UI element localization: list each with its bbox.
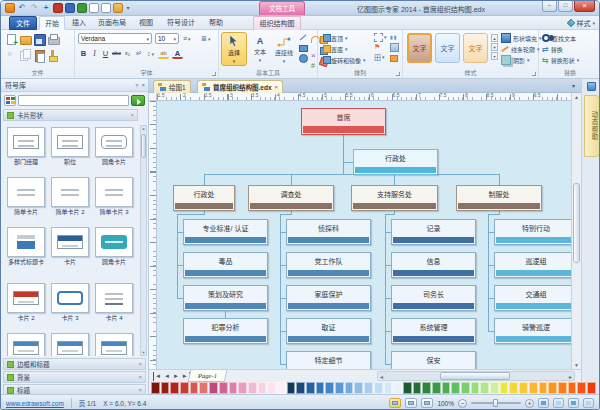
section-borders-titles[interactable]: 边框和标题× bbox=[3, 358, 146, 370]
palette-swatch[interactable] bbox=[296, 382, 305, 394]
shape-item[interactable]: 职位 bbox=[48, 125, 92, 175]
palette-swatch[interactable] bbox=[229, 382, 238, 394]
org-node-leaf[interactable]: 骑警巡逻 bbox=[494, 318, 571, 344]
org-node-leaf[interactable]: 巡逻组 bbox=[494, 252, 571, 278]
palette-swatch[interactable] bbox=[471, 382, 480, 394]
palette-swatch[interactable] bbox=[539, 382, 548, 394]
format-painter-icon[interactable] bbox=[47, 49, 59, 61]
palette-swatch[interactable] bbox=[519, 382, 528, 394]
org-node-leaf[interactable]: 交通组 bbox=[494, 285, 571, 311]
org-node-leaf[interactable]: 家庭保护 bbox=[286, 285, 371, 311]
prev-page-icon[interactable]: ◄ bbox=[164, 372, 170, 381]
palette-swatch[interactable] bbox=[335, 382, 344, 394]
arc-tool-icon[interactable] bbox=[311, 34, 318, 41]
tab-help[interactable]: 帮助 bbox=[203, 16, 229, 30]
tab-home[interactable]: 开始 bbox=[39, 16, 65, 30]
library-scrollbar-thumb[interactable] bbox=[141, 134, 146, 158]
style-quick-button[interactable]: 样式 bbox=[568, 17, 595, 29]
org-node-branch[interactable]: 调查处 bbox=[248, 185, 334, 211]
palette-swatch[interactable] bbox=[354, 382, 363, 394]
copy-icon[interactable] bbox=[19, 49, 31, 61]
horizontal-scrollbar-thumb[interactable] bbox=[440, 372, 510, 380]
font-color-button[interactable]: A bbox=[172, 48, 183, 59]
maximize-button[interactable] bbox=[558, 1, 573, 12]
palette-swatch[interactable] bbox=[258, 382, 267, 394]
palette-swatch[interactable] bbox=[306, 382, 315, 394]
horizontal-scrollbar[interactable] bbox=[377, 371, 575, 381]
paste-icon[interactable] bbox=[33, 49, 45, 61]
lock-icon[interactable] bbox=[390, 53, 402, 61]
reading-view-button[interactable] bbox=[421, 398, 433, 408]
underline-button[interactable]: U bbox=[100, 48, 111, 59]
gallery-expand-icon[interactable]: ▾ bbox=[491, 52, 498, 60]
subscript-button[interactable]: x₂ bbox=[122, 48, 133, 59]
library-scrollbar[interactable] bbox=[140, 125, 147, 356]
palette-swatch[interactable] bbox=[422, 382, 431, 394]
palette-swatch[interactable] bbox=[190, 382, 199, 394]
shape-item[interactable] bbox=[4, 331, 48, 356]
close-button[interactable] bbox=[574, 1, 595, 12]
rectangle-tool-icon[interactable] bbox=[299, 44, 306, 51]
search-go-button[interactable] bbox=[131, 95, 145, 106]
edrawsoft-link[interactable]: www.edrawsoft.com bbox=[6, 400, 64, 407]
tab-page-layout[interactable]: 页面布局 bbox=[93, 16, 131, 30]
org-node-leaf[interactable]: 专业标准/ 认证 bbox=[183, 219, 268, 245]
strikethrough-button[interactable]: abc bbox=[111, 48, 122, 59]
undo-icon[interactable] bbox=[17, 3, 27, 13]
org-node-branch[interactable]: 制服处 bbox=[456, 185, 542, 211]
palette-swatch[interactable] bbox=[316, 382, 325, 394]
shape-item[interactable]: 卡片 2 bbox=[4, 281, 48, 331]
save-icon[interactable] bbox=[33, 33, 45, 45]
palette-swatch[interactable] bbox=[151, 382, 160, 394]
palette-swatch[interactable] bbox=[548, 382, 557, 394]
open-doc-icon[interactable] bbox=[101, 3, 111, 13]
org-node-leaf[interactable]: 保安 bbox=[391, 351, 476, 369]
open-file-icon[interactable] bbox=[19, 33, 31, 45]
add-shape-icon[interactable] bbox=[41, 3, 51, 13]
export-ppt-icon[interactable] bbox=[65, 3, 75, 13]
palette-swatch[interactable] bbox=[161, 382, 170, 394]
fullscreen-icon[interactable] bbox=[583, 398, 594, 408]
qat-more-icon[interactable] bbox=[125, 3, 131, 13]
font-size-combo[interactable]: 10 bbox=[155, 33, 179, 44]
zoom-in-icon[interactable]: + bbox=[525, 399, 534, 408]
shape-item[interactable]: 卡片 3 bbox=[48, 281, 92, 331]
flag-icon[interactable] bbox=[374, 43, 388, 51]
shape-item[interactable]: 卡片 4 bbox=[92, 281, 136, 331]
ellipse-tool-icon[interactable] bbox=[299, 54, 306, 61]
palette-swatch[interactable] bbox=[209, 382, 218, 394]
palette-swatch[interactable] bbox=[199, 382, 208, 394]
send-to-back-button[interactable]: 置底 bbox=[320, 44, 366, 54]
org-node-leaf[interactable]: 信息 bbox=[391, 252, 476, 278]
org-node-leaf[interactable]: 特别行动 bbox=[494, 219, 571, 245]
shape-item[interactable]: 简单卡片 2 bbox=[48, 175, 92, 225]
dynamic-help-tab[interactable]: 动态帮助 bbox=[584, 95, 600, 157]
gallery-down-icon[interactable]: ▼ bbox=[491, 43, 498, 51]
palette-swatch[interactable] bbox=[451, 382, 460, 394]
symbol-search-input[interactable] bbox=[18, 95, 129, 106]
shape-item[interactable] bbox=[92, 331, 136, 356]
align-icon[interactable] bbox=[374, 33, 388, 41]
shape-item[interactable]: 部门经理 bbox=[4, 125, 48, 175]
shape-item[interactable]: 圆角卡片 bbox=[92, 125, 136, 175]
pan-mode-icon[interactable] bbox=[568, 398, 579, 408]
new-file-icon[interactable] bbox=[5, 33, 17, 45]
shape-item[interactable]: 简单卡片 3 bbox=[92, 175, 136, 225]
cross-tool-icon[interactable] bbox=[311, 44, 318, 51]
palette-swatch[interactable] bbox=[558, 382, 567, 394]
export-svg-icon[interactable] bbox=[77, 3, 87, 13]
export-pdf-icon[interactable] bbox=[53, 3, 63, 13]
palette-swatch[interactable] bbox=[393, 382, 402, 394]
section-close-icon[interactable]: × bbox=[138, 387, 142, 393]
style-preview-2[interactable]: 文字 bbox=[435, 33, 460, 63]
org-node-root[interactable]: 首席 bbox=[301, 108, 386, 135]
fit-window-icon[interactable] bbox=[538, 398, 549, 408]
org-node-leaf[interactable]: 取证 bbox=[286, 318, 371, 344]
palette-swatch[interactable] bbox=[461, 382, 470, 394]
org-node-leaf[interactable]: 犯罪分析 bbox=[183, 318, 268, 344]
org-node-leaf[interactable]: 策划及研究 bbox=[183, 285, 268, 311]
org-node-leaf[interactable]: 系统管理 bbox=[391, 318, 476, 344]
palette-swatch[interactable] bbox=[490, 382, 499, 394]
palette-swatch[interactable] bbox=[238, 382, 247, 394]
select-tool-button[interactable]: 选择 bbox=[221, 32, 247, 66]
